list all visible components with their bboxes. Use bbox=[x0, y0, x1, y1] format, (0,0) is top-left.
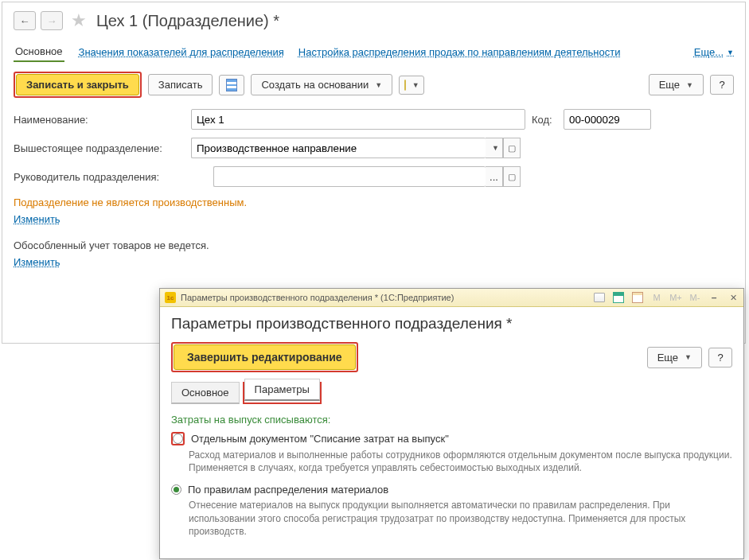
tabs-more-label: Еще... bbox=[694, 46, 724, 58]
open-icon: ▢ bbox=[508, 143, 516, 154]
minimize-icon[interactable] bbox=[707, 291, 721, 304]
dialog-window-title: Параметры производственного подразделени… bbox=[181, 293, 454, 302]
separate-accounting-text: Обособленный учет товаров не ведется. bbox=[14, 239, 734, 251]
not-production-text: Подразделение не является производственн… bbox=[14, 196, 734, 208]
ellipsis-icon: ... bbox=[490, 171, 498, 183]
document-icon bbox=[226, 79, 237, 91]
chief-input[interactable] bbox=[213, 166, 486, 187]
close-icon[interactable] bbox=[726, 291, 740, 304]
name-label: Наименование: bbox=[14, 114, 185, 126]
parent-open-button[interactable]: ▢ bbox=[503, 138, 521, 158]
chief-ellipsis-button[interactable]: ... bbox=[486, 166, 503, 187]
name-input[interactable] bbox=[191, 109, 525, 130]
parent-label: Вышестоящее подразделение: bbox=[14, 142, 185, 154]
chevron-down-icon: ▼ bbox=[686, 81, 693, 89]
nav-forward-button[interactable]: → bbox=[41, 11, 63, 30]
dialog-heading: Параметры производственного подразделени… bbox=[171, 315, 732, 332]
nav-back-button[interactable]: ← bbox=[14, 11, 36, 30]
grid-icon[interactable] bbox=[611, 291, 626, 304]
open-icon: ▢ bbox=[508, 172, 516, 182]
save-close-button[interactable]: Записать и закрыть bbox=[16, 74, 139, 95]
chevron-down-icon: ▼ bbox=[412, 81, 419, 89]
more-label: Еще bbox=[659, 79, 680, 91]
report-button[interactable] bbox=[219, 75, 244, 95]
highlight-finish-edit: Завершить редактирование bbox=[171, 342, 358, 345]
parent-dropdown-button[interactable]: ▼ bbox=[486, 138, 503, 158]
change-accounting-link[interactable]: Изменить bbox=[14, 256, 60, 268]
chief-label: Руководитель подразделения: bbox=[14, 171, 207, 183]
tab-indicators-link[interactable]: Значения показателей для распределения bbox=[79, 43, 284, 61]
tab-main[interactable]: Основное bbox=[14, 42, 64, 62]
code-label: Код: bbox=[532, 114, 557, 126]
create-on-basis-label: Создать на основании bbox=[261, 79, 369, 91]
create-on-basis-button[interactable]: Создать на основании ▼ bbox=[251, 74, 392, 95]
code-input[interactable] bbox=[564, 109, 651, 130]
attachment-icon bbox=[404, 80, 406, 91]
memory-mminus-icon[interactable]: M- bbox=[688, 291, 702, 304]
parent-input[interactable] bbox=[191, 138, 486, 158]
save-button[interactable]: Записать bbox=[148, 74, 213, 95]
dialog-window: 1c Параметры производственного подраздел… bbox=[159, 288, 744, 345]
finish-editing-button[interactable]: Завершить редактирование bbox=[174, 344, 356, 345]
tab-sales-distribution-link[interactable]: Настройка распределения продаж по направ… bbox=[298, 43, 621, 61]
attachments-button[interactable]: ▼ bbox=[399, 76, 424, 95]
memory-mplus-icon[interactable]: M+ bbox=[669, 291, 683, 304]
favorite-star-icon[interactable]: ★ bbox=[71, 10, 87, 31]
chevron-down-icon: ▼ bbox=[492, 144, 499, 152]
tabs-more-link[interactable]: Еще... ▼ bbox=[694, 43, 734, 61]
help-button[interactable]: ? bbox=[710, 75, 734, 95]
memory-m-icon[interactable]: M bbox=[650, 291, 664, 304]
calendar-icon[interactable] bbox=[630, 291, 645, 304]
dialog-titlebar[interactable]: 1c Параметры производственного подраздел… bbox=[160, 289, 743, 307]
more-button[interactable]: Еще ▼ bbox=[649, 74, 704, 95]
chevron-down-icon: ▼ bbox=[727, 49, 734, 56]
highlight-save-close: Записать и закрыть bbox=[14, 72, 142, 98]
page-title: Цех 1 (Подразделение) * bbox=[96, 12, 279, 30]
chief-open-button[interactable]: ▢ bbox=[503, 166, 521, 187]
change-production-link[interactable]: Изменить bbox=[14, 213, 60, 225]
chevron-down-icon: ▼ bbox=[375, 81, 382, 89]
print-icon[interactable] bbox=[592, 291, 607, 304]
app-1c-icon: 1c bbox=[165, 292, 176, 303]
